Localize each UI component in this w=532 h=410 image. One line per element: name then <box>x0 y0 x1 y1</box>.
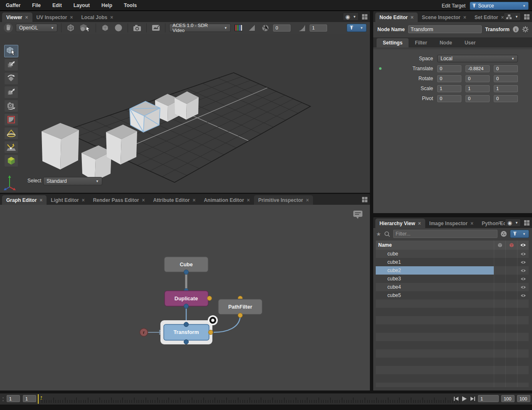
row-name[interactable]: cube1 <box>376 258 494 266</box>
image-view-icon[interactable] <box>150 23 161 33</box>
visibility-toggle[interactable] <box>517 291 529 300</box>
scale-z-field[interactable] <box>494 85 518 92</box>
visibility-toggle[interactable] <box>517 258 529 266</box>
viewer-pin-dropdown[interactable]: Ŧ ▼ <box>347 24 367 32</box>
renderer-dropdown[interactable]: OpenGL ▼ <box>16 24 57 32</box>
cube-cell[interactable] <box>494 275 505 283</box>
light-tool-button[interactable] <box>4 127 18 140</box>
layout-grid-icon[interactable] <box>362 14 367 20</box>
menu-gaffer[interactable]: Gaffer <box>6 2 20 8</box>
pan-hand-icon[interactable] <box>3 23 13 33</box>
cube-cell[interactable] <box>494 283 505 291</box>
layout-grid-icon[interactable] <box>362 197 367 202</box>
node-pathfilter[interactable]: PathFilter <box>218 296 262 318</box>
scale-x-field[interactable] <box>437 85 461 92</box>
translate-tool-button[interactable] <box>4 59 18 71</box>
tab-light-editor[interactable]: Light Editor× <box>47 195 89 205</box>
scale-y-field[interactable] <box>466 85 490 92</box>
camera-tool-button[interactable] <box>4 100 18 112</box>
visibility-toggle[interactable] <box>517 275 529 283</box>
timeline-ruler[interactable] <box>42 393 464 405</box>
connection-pathfilter-transform[interactable] <box>214 315 240 332</box>
focus-ring-icon[interactable] <box>208 315 218 325</box>
skip-to-end-icon[interactable] <box>470 396 475 402</box>
cube-mesh-selected[interactable] <box>130 101 160 132</box>
rotate-y-field[interactable] <box>466 75 490 82</box>
name-column-header[interactable]: Name <box>376 241 494 250</box>
gear-icon[interactable] <box>522 26 529 33</box>
selection-mode-icon[interactable] <box>79 23 92 33</box>
shader-assignment-tool-button[interactable] <box>4 155 18 167</box>
pivot-z-field[interactable] <box>494 95 518 102</box>
hierarchy-row[interactable]: cube <box>376 250 529 258</box>
row-name[interactable]: cube3 <box>376 275 494 283</box>
tab-local-jobs[interactable]: Local Jobs× <box>77 12 118 22</box>
close-icon[interactable]: × <box>247 197 250 203</box>
red-cube-cell[interactable] <box>505 283 517 291</box>
drag-handle[interactable] <box>2 397 4 401</box>
crop-window-tool-button[interactable] <box>4 113 18 126</box>
cube-column-icon[interactable] <box>494 241 505 250</box>
exposure-triangle-icon[interactable] <box>246 23 257 33</box>
menu-help[interactable]: Help <box>101 2 112 8</box>
range-in-field[interactable] <box>501 395 515 402</box>
pivot-x-field[interactable] <box>437 95 461 102</box>
close-icon[interactable]: × <box>110 15 113 20</box>
close-icon[interactable]: × <box>70 15 73 20</box>
close-icon[interactable]: × <box>25 15 28 20</box>
menu-file[interactable]: File <box>32 2 41 8</box>
playhead[interactable] <box>38 394 39 404</box>
play-icon[interactable] <box>462 396 467 402</box>
filter-settings-icon[interactable] <box>500 231 507 237</box>
cube-cell[interactable] <box>494 258 505 266</box>
hierarchy-filter-input[interactable] <box>393 230 498 238</box>
expression-plug[interactable]: r <box>140 329 163 336</box>
layout-grid-icon[interactable] <box>524 220 530 226</box>
timeline-start-field[interactable] <box>7 395 20 402</box>
close-icon[interactable]: × <box>142 197 145 203</box>
close-icon[interactable]: × <box>411 15 414 20</box>
frame-field[interactable] <box>478 395 499 402</box>
visibility-toggle[interactable] <box>517 266 529 275</box>
tab-graph-editor[interactable]: Graph Editor× <box>2 195 47 205</box>
sphere-icon[interactable] <box>113 23 124 33</box>
visibility-toggle[interactable] <box>517 283 529 291</box>
tab-hierarchy-view[interactable]: Hierarchy View× <box>375 219 425 228</box>
hierarchy-pin-dropdown[interactable]: Ŧ ▼ <box>510 230 529 238</box>
translate-z-field[interactable] <box>494 65 518 72</box>
subtab-user[interactable]: User <box>458 38 482 47</box>
gamma-field[interactable] <box>310 25 327 32</box>
menu-tools[interactable]: Tools <box>124 2 137 8</box>
close-icon[interactable]: × <box>418 221 421 226</box>
node-cube[interactable]: Cube <box>164 257 208 275</box>
cube-cell[interactable] <box>494 291 505 300</box>
translate-y-field[interactable] <box>466 65 490 72</box>
tab-primitive-inspector[interactable]: Primitive Inspector× <box>254 195 313 205</box>
skip-to-start-icon[interactable] <box>453 396 459 402</box>
scale-tool-button[interactable] <box>4 86 18 98</box>
row-name[interactable]: cube5 <box>376 291 494 300</box>
tab-render-pass-editor[interactable]: Render Pass Editor× <box>89 195 149 205</box>
select-tool-button[interactable] <box>4 45 18 57</box>
cube-mesh[interactable] <box>106 125 137 164</box>
rotate-x-field[interactable] <box>437 75 461 82</box>
light-position-tool-button[interactable] <box>4 141 18 153</box>
node-graph-canvas[interactable]: r Cube Duplicate PathFilter <box>0 205 370 390</box>
subtab-node[interactable]: Node <box>433 38 458 47</box>
rotate-tool-button[interactable] <box>4 72 18 85</box>
close-icon[interactable]: × <box>82 197 85 203</box>
red-cube-cell[interactable] <box>505 266 517 275</box>
rgb-channels-icon[interactable] <box>233 23 244 33</box>
cube-cell[interactable] <box>494 250 505 258</box>
red-cube-cell[interactable] <box>505 258 517 266</box>
hierarchy-target-menu-button[interactable]: ◉ ▼ <box>505 219 521 227</box>
aperture-icon[interactable] <box>260 23 271 33</box>
visibility-toggle[interactable] <box>517 250 529 258</box>
pivot-y-field[interactable] <box>466 95 490 102</box>
node-transform-selected[interactable]: Transform <box>160 320 213 344</box>
close-icon[interactable]: × <box>39 197 42 203</box>
select-mode-dropdown[interactable]: Standard ▼ <box>43 177 102 185</box>
cube-cell[interactable] <box>494 266 505 275</box>
node-duplicate[interactable]: Duplicate <box>165 289 212 309</box>
hierarchy-row[interactable]: cube2 <box>376 266 529 275</box>
